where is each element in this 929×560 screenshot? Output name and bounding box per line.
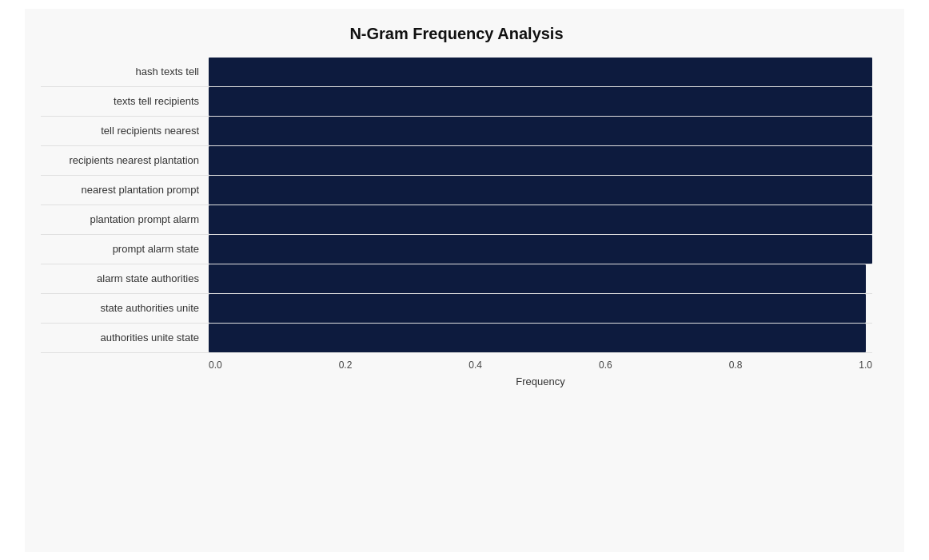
bar-track	[209, 117, 872, 145]
bar-row: alarm state authorities	[41, 264, 872, 294]
x-ticks: 0.00.20.40.60.81.0	[209, 359, 872, 371]
bar-fill	[209, 205, 872, 234]
bar-fill	[209, 117, 872, 145]
bar-label: prompt alarm state	[41, 243, 209, 255]
chart-title: N-Gram Frequency Analysis	[41, 25, 872, 43]
bar-fill	[209, 235, 872, 264]
bar-row: recipients nearest plantation	[41, 146, 872, 176]
x-tick: 0.8	[729, 359, 743, 371]
bar-fill	[209, 264, 866, 293]
bar-label: state authorities unite	[41, 302, 209, 314]
bar-fill	[209, 58, 872, 86]
bar-track	[209, 294, 872, 323]
bar-fill	[209, 324, 866, 352]
bar-track	[209, 324, 872, 352]
chart-container: N-Gram Frequency Analysis hash texts tel…	[25, 9, 904, 552]
chart-area: hash texts telltexts tell recipientstell…	[41, 58, 872, 353]
x-tick: 0.6	[599, 359, 612, 371]
chart-inner: hash texts telltexts tell recipientstell…	[41, 58, 872, 387]
x-tick: 0.0	[209, 359, 222, 371]
x-tick: 0.4	[468, 359, 482, 371]
x-tick: 1.0	[859, 359, 872, 371]
bar-track	[209, 205, 872, 234]
bar-track	[209, 176, 872, 205]
bar-label: tell recipients nearest	[41, 125, 209, 137]
bar-row: state authorities unite	[41, 294, 872, 324]
bar-row: prompt alarm state	[41, 235, 872, 264]
bar-label: alarm state authorities	[41, 272, 209, 284]
bar-fill	[209, 146, 872, 175]
bar-track	[209, 146, 872, 175]
bar-fill	[209, 294, 866, 323]
bar-label: authorities unite state	[41, 332, 209, 344]
bar-track	[209, 264, 872, 293]
bar-row: plantation prompt alarm	[41, 205, 872, 235]
bar-track	[209, 235, 872, 264]
bar-label: recipients nearest plantation	[41, 154, 209, 166]
x-axis-label: Frequency	[209, 375, 872, 387]
bar-row: hash texts tell	[41, 58, 872, 87]
bar-label: plantation prompt alarm	[41, 213, 209, 225]
bar-track	[209, 58, 872, 86]
bar-label: nearest plantation prompt	[41, 184, 209, 196]
x-axis-container: 0.00.20.40.60.81.0	[41, 359, 872, 371]
bar-row: nearest plantation prompt	[41, 176, 872, 205]
x-tick: 0.2	[339, 359, 353, 371]
bar-row: texts tell recipients	[41, 87, 872, 117]
bar-row: tell recipients nearest	[41, 117, 872, 146]
bar-track	[209, 87, 872, 116]
bar-fill	[209, 176, 872, 205]
bar-row: authorities unite state	[41, 324, 872, 353]
bar-label: texts tell recipients	[41, 95, 209, 107]
bar-fill	[209, 87, 872, 116]
bar-label: hash texts tell	[41, 66, 209, 77]
